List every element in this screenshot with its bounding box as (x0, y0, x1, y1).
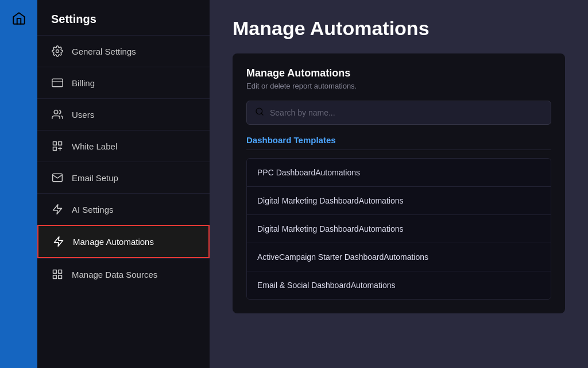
sidebar-item-email-setup[interactable]: Email Setup (37, 162, 210, 193)
content-card: Manage Automations Edit or delete report… (233, 53, 565, 313)
billing-icon (51, 76, 64, 89)
svg-rect-1 (52, 79, 63, 86)
sidebar-item-manage-automations[interactable]: Manage Automations (37, 225, 210, 258)
list-item[interactable]: PPC DashboardAutomations (247, 159, 551, 187)
sidebar-item-ai-settings-label: AI Settings (72, 205, 114, 214)
list-item[interactable]: ActiveCampaign Starter DashboardAutomati… (247, 243, 551, 271)
section-label: Dashboard Templates (246, 135, 551, 150)
sidebar-item-email-setup-label: Email Setup (72, 173, 118, 183)
sidebar-item-general-settings-label: General Settings (72, 47, 136, 56)
svg-marker-7 (53, 205, 62, 214)
sidebar-item-billing-label: Billing (72, 78, 95, 88)
white-label-icon (51, 140, 64, 152)
sidebar: Settings General Settings Billing (37, 0, 210, 368)
sidebar-item-users-label: Users (72, 110, 94, 120)
sidebar-item-general-settings[interactable]: General Settings (37, 35, 210, 67)
sidebar-title: Settings (37, 0, 210, 35)
svg-marker-8 (55, 237, 63, 247)
svg-point-0 (56, 50, 59, 53)
main-content: Manage Automations Manage Automations Ed… (210, 0, 588, 368)
sidebar-item-users[interactable]: Users (37, 98, 210, 130)
sidebar-item-ai-settings[interactable]: AI Settings (37, 193, 210, 225)
email-icon (51, 171, 64, 184)
list-item[interactable]: Digital Marketing DashboardAutomations (247, 187, 551, 215)
sidebar-item-white-label-label: White Label (72, 141, 117, 151)
list-item[interactable]: Email & Social DashboardAutomations (247, 271, 551, 299)
svg-rect-11 (53, 275, 57, 279)
data-sources-icon (51, 268, 64, 281)
card-title: Manage Automations (246, 67, 551, 79)
sidebar-item-white-label[interactable]: White Label (37, 130, 210, 162)
search-icon (255, 107, 264, 118)
automations-icon (52, 235, 65, 248)
users-icon (51, 108, 64, 121)
list-item[interactable]: Digital Marketing DashboardAutomations (247, 215, 551, 243)
sidebar-item-manage-automations-label: Manage Automations (73, 237, 154, 247)
search-bar[interactable] (246, 101, 551, 125)
sidebar-item-manage-data-sources-label: Manage Data Sources (72, 270, 157, 279)
svg-rect-12 (59, 275, 62, 279)
gear-icon (51, 45, 64, 57)
svg-rect-4 (53, 142, 57, 145)
svg-rect-6 (53, 147, 57, 151)
svg-point-3 (54, 110, 58, 114)
ai-icon (51, 203, 64, 216)
svg-line-14 (261, 113, 263, 115)
search-input[interactable] (270, 108, 543, 117)
icon-bar (0, 0, 37, 368)
svg-rect-9 (53, 270, 57, 274)
home-icon[interactable] (7, 7, 30, 30)
sidebar-item-manage-data-sources[interactable]: Manage Data Sources (37, 258, 210, 290)
card-subtitle: Edit or delete report automations. (246, 82, 551, 90)
svg-rect-10 (59, 270, 62, 274)
sidebar-item-billing[interactable]: Billing (37, 67, 210, 98)
automation-list: PPC DashboardAutomations Digital Marketi… (246, 158, 551, 300)
page-title: Manage Automations (233, 17, 565, 40)
svg-rect-5 (59, 142, 62, 145)
